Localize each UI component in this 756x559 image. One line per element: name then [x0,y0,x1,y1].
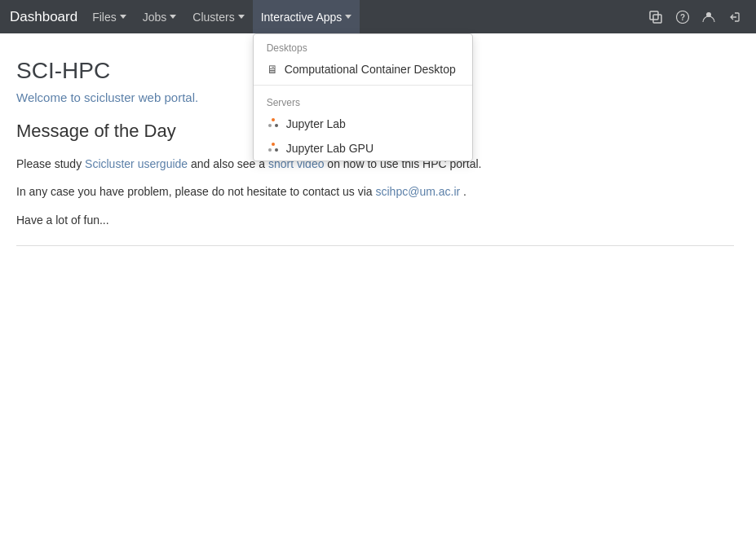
motd-line2-end: . [463,185,466,198]
jupyter-lab-icon [267,117,280,130]
svg-point-5 [275,148,278,152]
nav-item-jobs[interactable]: Jobs [135,0,185,33]
nav-clusters-label: Clusters [192,11,234,24]
scicluster-userguide-link[interactable]: Scicluster userguide [85,157,188,170]
nav-jobs-label: Jobs [143,11,167,24]
dropdown-item-computational-container-desktop[interactable]: 🖥 Computational Container Desktop [254,57,472,81]
svg-point-3 [272,143,275,146]
interactive-apps-caret-icon [345,15,351,19]
desktops-section-label: Desktops [254,34,472,57]
svg-rect-7 [653,15,661,23]
clusters-caret-icon [238,15,245,19]
dropdown-item-jupyter-lab[interactable]: Jupyter Lab [254,112,472,136]
jupyter-lab-gpu-label: Jupyter Lab GPU [286,142,374,155]
nav-item-files[interactable]: Files [84,0,135,33]
help-button[interactable]: ? [671,7,694,27]
motd-line-3: Have a lot of fun... [16,211,734,229]
motd-divider [16,245,734,246]
servers-section-label: Servers [254,89,472,112]
motd-line2-text: In any case you have problem, please do … [16,185,376,198]
jupyter-lab-label: Jupyter Lab [286,117,346,130]
svg-rect-6 [650,11,658,20]
dropdown-item-jupyter-lab-gpu[interactable]: Jupyter Lab GPU [254,136,472,161]
nav-item-interactive-apps[interactable]: Interactive Apps Desktops 🖥 Computationa… [253,0,360,33]
jupyter-lab-gpu-icon [267,142,280,155]
navbar: Dashboard Files Jobs Clusters Interactiv… [0,0,756,33]
svg-point-2 [275,124,278,127]
computational-container-desktop-label: Computational Container Desktop [285,63,456,76]
interactive-apps-dropdown: Desktops 🖥 Computational Container Deskt… [253,33,473,161]
navbar-brand[interactable]: Dashboard [10,9,77,25]
jobs-caret-icon [170,15,176,19]
nav-interactive-apps-label: Interactive Apps [261,11,343,24]
nav-files-label: Files [92,11,117,24]
dropdown-divider [254,85,472,86]
navbar-right: ? [643,7,746,28]
sessions-button[interactable] [643,7,668,28]
svg-point-4 [268,148,272,152]
nav-item-clusters[interactable]: Clusters [184,0,252,33]
svg-point-1 [268,124,272,127]
email-link[interactable]: scihpc@um.ac.ir [376,185,461,198]
motd-line-2: In any case you have problem, please do … [16,183,734,200]
motd-line3-text: Have a lot of fun... [16,213,109,227]
files-caret-icon [120,15,126,19]
logout-button[interactable] [723,7,746,27]
user-button[interactable] [697,7,720,27]
svg-text:?: ? [680,13,685,22]
svg-point-0 [272,118,275,121]
monitor-icon: 🖥 [267,63,278,76]
motd-line1-before: Please study [16,157,85,170]
welcome-static: Welcome to scicluster web portal. [16,90,198,104]
